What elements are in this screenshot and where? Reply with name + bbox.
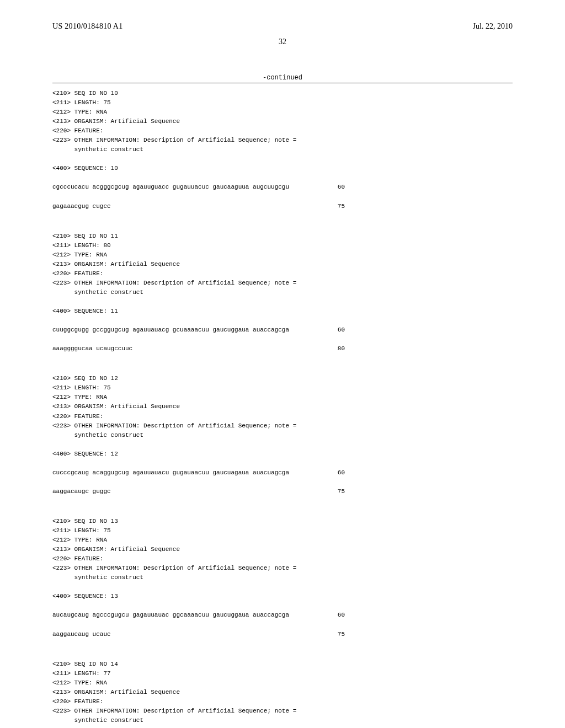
sequence-text: gagaaacgug cugcc	[52, 202, 111, 211]
sequence-position: 60	[338, 325, 345, 335]
sequence-line: cuuggcgugg gccggugcug agauuauacg gcuaaaa…	[52, 325, 345, 335]
sequence-tag: <210> SEQ ID NO 14	[52, 660, 513, 669]
sequence-line: aucaugcaug agcccgugcu gagauuauac ggcaaaa…	[52, 611, 345, 620]
sequence-tag: <212> TYPE: RNA	[52, 108, 513, 117]
publication-date: Jul. 22, 2010	[473, 22, 513, 31]
sequence-listing-box: <210> SEQ ID NO 10<211> LENGTH: 75<212> …	[52, 83, 513, 728]
sequence-tag: <213> ORGANISM: Artificial Sequence	[52, 260, 513, 269]
sequence-tag: <213> ORGANISM: Artificial Sequence	[52, 688, 513, 697]
sequence-tag: <211> LENGTH: 75	[52, 383, 513, 393]
sequence-tag: <223> OTHER INFORMATION: Description of …	[52, 564, 513, 573]
page-header: US 2010/0184810 A1 Jul. 22, 2010	[50, 22, 515, 31]
sequence-tag: synthetic construct	[52, 716, 513, 725]
sequence-tag: <223> OTHER INFORMATION: Description of …	[52, 421, 513, 431]
sequence-position: 75	[338, 202, 345, 211]
sequence-position: 80	[338, 344, 345, 354]
sequence-tag: <211> LENGTH: 75	[52, 526, 513, 536]
sequence-block: <210> SEQ ID NO 12<211> LENGTH: 75<212> …	[52, 374, 513, 506]
sequence-position: 60	[338, 183, 345, 192]
sequence-block: <210> SEQ ID NO 11<211> LENGTH: 80<212> …	[52, 232, 513, 363]
sequence-tag: synthetic construct	[52, 573, 513, 582]
sequence-label: <400> SEQUENCE: 12	[52, 449, 513, 459]
sequence-text: cucccgcaug acaggugcug agauuauacu gugauaa…	[52, 468, 289, 478]
sequence-tag: <212> TYPE: RNA	[52, 536, 513, 545]
sequence-line: aaggaucaug ucauc75	[52, 630, 345, 639]
sequence-label: <400> SEQUENCE: 11	[52, 307, 513, 316]
sequence-tag: <220> FEATURE:	[52, 126, 513, 136]
sequence-text: cuuggcgugg gccggugcug agauuauacg gcuaaaa…	[52, 325, 289, 335]
sequence-tag: <212> TYPE: RNA	[52, 393, 513, 402]
sequence-line: gagaaacgug cugcc75	[52, 202, 345, 211]
sequence-block: <210> SEQ ID NO 10<211> LENGTH: 75<212> …	[52, 89, 513, 221]
sequence-tag: <220> FEATURE:	[52, 554, 513, 564]
sequence-text: aaaggggucaa ucaugccuuc	[52, 344, 132, 354]
sequence-position: 60	[338, 468, 345, 478]
sequence-line: aaggacaugc guggc75	[52, 487, 345, 496]
sequence-line: cucccgcaug acaggugcug agauuauacu gugauaa…	[52, 468, 345, 478]
sequence-line: aaaggggucaa ucaugccuuc80	[52, 344, 345, 354]
sequence-tag: <211> LENGTH: 77	[52, 669, 513, 678]
sequence-tag: <211> LENGTH: 80	[52, 241, 513, 250]
sequence-position: 75	[338, 630, 345, 639]
sequence-tag: <211> LENGTH: 75	[52, 98, 513, 108]
sequence-tag: synthetic construct	[52, 431, 513, 440]
sequence-block: <210> SEQ ID NO 13<211> LENGTH: 75<212> …	[52, 517, 513, 649]
sequence-tag: <213> ORGANISM: Artificial Sequence	[52, 117, 513, 126]
sequence-tag: <220> FEATURE:	[52, 697, 513, 706]
sequence-label: <400> SEQUENCE: 13	[52, 592, 513, 601]
sequence-tag: <210> SEQ ID NO 11	[52, 232, 513, 241]
sequence-tag: synthetic construct	[52, 288, 513, 297]
sequence-tag: <212> TYPE: RNA	[52, 678, 513, 688]
sequence-text: aaggacaugc guggc	[52, 487, 111, 496]
continued-label: -continued	[50, 74, 515, 82]
sequence-text: aaggaucaug ucauc	[52, 630, 111, 639]
sequence-tag: <223> OTHER INFORMATION: Description of …	[52, 706, 513, 716]
sequence-tag: <223> OTHER INFORMATION: Description of …	[52, 279, 513, 288]
sequence-position: 60	[338, 611, 345, 620]
sequence-tag: <210> SEQ ID NO 10	[52, 89, 513, 98]
sequence-listing: <210> SEQ ID NO 10<211> LENGTH: 75<212> …	[52, 89, 513, 728]
sequence-tag: <210> SEQ ID NO 13	[52, 517, 513, 526]
sequence-label: <400> SEQUENCE: 10	[52, 164, 513, 173]
sequence-tag: <212> TYPE: RNA	[52, 250, 513, 260]
sequence-text: cgcccucacu acgggcgcug agauuguacc gugauua…	[52, 183, 289, 192]
sequence-tag: <210> SEQ ID NO 12	[52, 374, 513, 383]
sequence-tag: <220> FEATURE:	[52, 412, 513, 421]
sequence-tag: <223> OTHER INFORMATION: Description of …	[52, 136, 513, 145]
sequence-tag: <220> FEATURE:	[52, 269, 513, 279]
sequence-line: cgcccucacu acgggcgcug agauuguacc gugauua…	[52, 183, 345, 192]
sequence-tag: <213> ORGANISM: Artificial Sequence	[52, 545, 513, 554]
sequence-tag: <213> ORGANISM: Artificial Sequence	[52, 402, 513, 411]
sequence-tag: synthetic construct	[52, 145, 513, 154]
sequence-text: aucaugcaug agcccgugcu gagauuauac ggcaaaa…	[52, 611, 289, 620]
page-number: 32	[50, 38, 515, 46]
sequence-block: <210> SEQ ID NO 14<211> LENGTH: 77<212> …	[52, 660, 513, 728]
publication-number: US 2010/0184810 A1	[52, 22, 123, 31]
sequence-position: 75	[338, 487, 345, 496]
